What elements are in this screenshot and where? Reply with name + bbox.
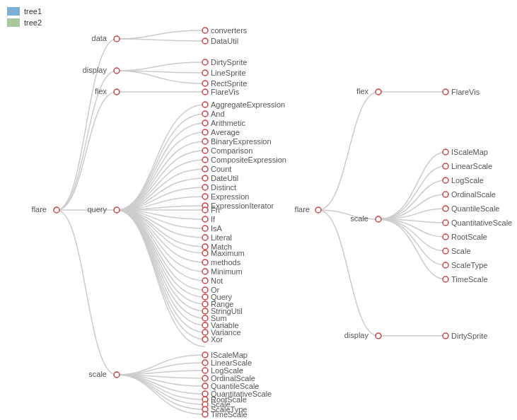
svg-text:LineSprite: LineSprite [211,69,246,77]
svg-point-108 [443,149,448,155]
svg-point-98 [202,412,208,417]
svg-text:ExpressionIterator: ExpressionIterator [211,202,274,210]
svg-point-62 [202,278,208,284]
svg-point-102 [376,216,381,222]
svg-text:CompositeExpression: CompositeExpression [211,156,286,164]
svg-point-16 [202,70,208,76]
svg-text:OrdinalScale: OrdinalScale [451,190,496,199]
label-flare-t1: flare [32,205,47,214]
legend-tree1: tree1 [7,7,42,16]
svg-point-78 [202,337,208,342]
svg-text:QuantitativeScale: QuantitativeScale [451,218,512,227]
svg-text:ScaleType: ScaleType [451,261,487,269]
svg-point-12 [202,38,208,44]
svg-text:RootScale: RootScale [451,233,487,241]
svg-text:scale: scale [88,370,107,378]
legend-tree2-label: tree2 [24,18,42,27]
svg-point-8 [114,372,120,378]
svg-text:query: query [87,205,107,214]
node-flare-t2[interactable] [315,207,321,213]
svg-point-36 [202,166,208,172]
svg-point-18 [202,81,208,86]
svg-point-2 [114,68,120,74]
svg-point-24 [202,111,208,117]
svg-point-40 [202,185,208,190]
legend: tree1 tree2 [7,7,42,27]
svg-point-74 [202,322,208,328]
tree-svg: flare data display flex query scale conv… [0,0,517,420]
svg-point-32 [202,148,208,153]
svg-point-30 [202,139,208,144]
svg-point-126 [443,276,448,282]
svg-point-6 [114,207,120,213]
label-flare-t2: flare [295,205,310,214]
svg-text:TimeScale: TimeScale [451,275,488,284]
svg-point-72 [202,315,208,321]
svg-text:display: display [83,66,108,74]
svg-text:IsA: IsA [211,224,223,233]
svg-point-124 [443,262,448,268]
svg-point-26 [202,120,208,126]
svg-text:flex: flex [356,87,369,95]
legend-tree2-box [7,18,20,27]
svg-text:Fn: Fn [211,206,220,214]
svg-text:FlareVis: FlareVis [451,88,480,96]
svg-text:Arithmetic: Arithmetic [211,119,245,127]
svg-point-70 [202,308,208,314]
svg-point-68 [202,301,208,307]
svg-point-86 [202,375,208,381]
svg-text:data: data [92,34,108,42]
svg-point-56 [202,250,208,256]
svg-point-10 [202,28,208,33]
svg-text:Comparison: Comparison [211,146,252,155]
svg-text:And: And [211,110,225,118]
svg-text:scale: scale [350,214,368,223]
svg-point-0 [114,36,120,42]
svg-point-80 [202,352,208,358]
svg-point-58 [202,259,208,265]
svg-text:DataUtil: DataUtil [211,37,238,45]
svg-text:Count: Count [211,165,231,173]
svg-text:Not: Not [211,276,223,285]
svg-text:converters: converters [211,26,248,35]
svg-point-106 [443,89,448,95]
svg-point-84 [202,368,208,373]
svg-text:DirtySprite: DirtySprite [451,332,487,340]
svg-point-14 [202,59,208,65]
svg-text:display: display [344,331,369,339]
svg-point-104 [376,333,381,339]
svg-text:BinaryExpression: BinaryExpression [211,137,272,146]
svg-point-48 [202,216,208,222]
svg-point-114 [443,192,448,197]
svg-text:LogScale: LogScale [451,176,484,185]
svg-point-22 [202,102,208,107]
svg-text:Minimum: Minimum [211,267,243,276]
svg-point-100 [376,89,381,95]
svg-point-82 [202,360,208,366]
svg-point-54 [202,244,208,250]
svg-point-52 [202,235,208,240]
svg-text:flex: flex [95,87,108,95]
svg-point-120 [443,234,448,240]
svg-text:DateUtil: DateUtil [211,174,238,182]
svg-point-38 [202,175,208,181]
svg-text:Literal: Literal [211,233,232,242]
svg-point-46 [202,207,208,213]
svg-text:Distinct: Distinct [211,183,236,192]
svg-text:Average: Average [211,128,240,136]
svg-point-88 [202,383,208,389]
svg-point-64 [202,287,208,293]
svg-point-66 [202,294,208,300]
svg-point-76 [202,329,208,335]
svg-point-50 [202,226,208,231]
svg-point-28 [202,129,208,135]
svg-point-122 [443,248,448,254]
svg-text:QuantileScale: QuantileScale [451,204,500,213]
svg-point-118 [443,220,448,226]
svg-point-34 [202,157,208,163]
node-flare-t1[interactable] [54,207,59,213]
legend-tree1-box [7,7,20,16]
svg-text:DirtySprite: DirtySprite [211,58,247,66]
tree-visualization: flare data display flex query scale conv… [0,0,517,420]
svg-text:methods: methods [211,258,241,267]
